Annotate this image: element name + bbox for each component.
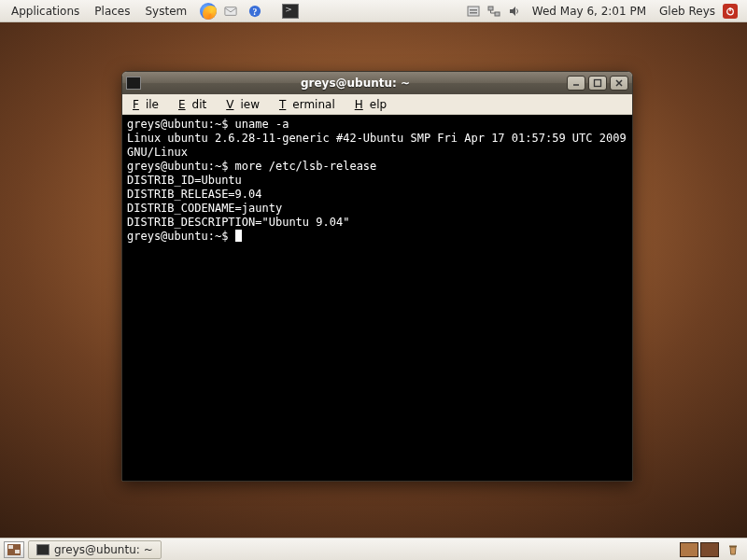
svg-rect-15	[729, 545, 737, 547]
volume-icon[interactable]	[506, 5, 523, 18]
window-title: greys@ubuntu: ~	[147, 77, 564, 90]
help-icon[interactable]: ?	[247, 5, 263, 18]
window-app-icon	[126, 77, 141, 90]
clock[interactable]: Wed May 6, 2:01 PM	[525, 5, 654, 18]
svg-rect-5	[470, 12, 477, 14]
top-panel: Applications Places System ? Wed May 6, …	[0, 0, 747, 22]
svg-rect-6	[488, 7, 493, 10]
workspace-2[interactable]	[700, 542, 719, 557]
svg-rect-11	[595, 80, 601, 87]
menu-applications[interactable]: Applications	[4, 0, 87, 22]
trash-icon[interactable]	[725, 543, 741, 556]
terminal-window: greys@ubuntu: ~ File Edit View Terminal …	[121, 71, 633, 482]
taskbar-button-label: greys@ubuntu: ~	[54, 543, 153, 556]
terminal-prompt: greys@ubuntu:~$	[127, 230, 228, 243]
menu-help[interactable]: Help	[348, 94, 400, 115]
update-notifier-icon[interactable]	[465, 5, 482, 18]
svg-rect-14	[15, 550, 20, 553]
workspace-1[interactable]	[680, 542, 698, 557]
svg-rect-7	[495, 12, 500, 16]
taskbar-terminal-icon	[36, 544, 49, 555]
evolution-mail-icon[interactable]	[222, 5, 239, 18]
menu-places[interactable]: Places	[87, 0, 137, 22]
minimize-button[interactable]	[567, 76, 585, 91]
menu-file[interactable]: File	[126, 94, 172, 115]
network-icon[interactable]	[486, 5, 502, 18]
firefox-icon[interactable]	[200, 3, 217, 20]
menu-terminal[interactable]: Terminal	[273, 94, 348, 115]
menu-edit[interactable]: Edit	[172, 94, 219, 115]
svg-rect-4	[470, 9, 477, 11]
terminal-menubar: File Edit View Terminal Help	[122, 94, 632, 115]
terminal-cursor	[235, 230, 242, 242]
terminal-launcher-icon[interactable]	[282, 4, 299, 19]
terminal-output[interactable]: greys@ubuntu:~$ uname -a Linux ubuntu 2.…	[122, 115, 632, 481]
svg-text:?: ?	[253, 6, 258, 16]
menu-view[interactable]: View	[219, 94, 273, 115]
user-switcher[interactable]: Gleb Reys	[654, 4, 743, 19]
maximize-button[interactable]	[588, 76, 607, 91]
user-name-label: Gleb Reys	[659, 5, 715, 18]
svg-rect-0	[225, 7, 236, 15]
show-desktop-button[interactable]	[4, 541, 24, 558]
bottom-panel: greys@ubuntu: ~	[0, 538, 747, 560]
svg-rect-3	[468, 7, 479, 16]
window-titlebar[interactable]: greys@ubuntu: ~	[122, 72, 632, 94]
close-button[interactable]	[610, 76, 628, 91]
shutdown-icon[interactable]	[723, 4, 738, 19]
workspace-switcher	[680, 542, 719, 557]
taskbar-button-terminal[interactable]: greys@ubuntu: ~	[28, 540, 162, 559]
svg-rect-13	[8, 545, 13, 549]
quick-launch: ?	[200, 3, 299, 20]
menu-system[interactable]: System	[137, 0, 194, 22]
